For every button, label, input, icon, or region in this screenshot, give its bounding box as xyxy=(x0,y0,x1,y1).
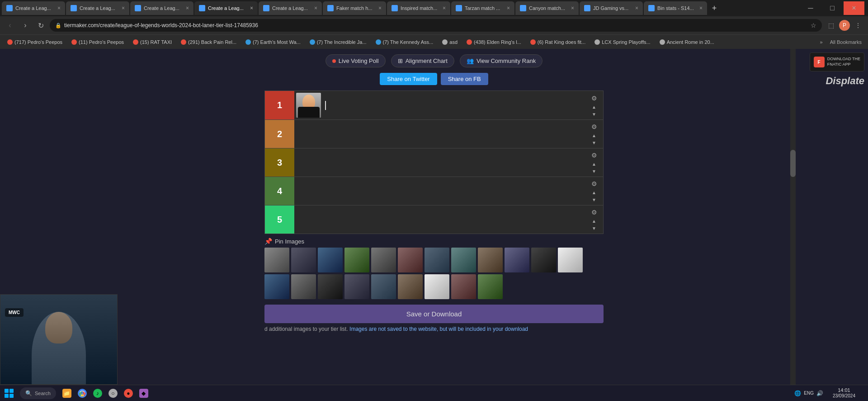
tab-close-8[interactable]: × xyxy=(507,5,510,11)
taskbar-network-icon[interactable]: 🌐 xyxy=(794,390,801,397)
list-item[interactable] xyxy=(371,248,396,272)
tab-5[interactable]: Create a Leag... × xyxy=(259,1,322,15)
taskbar-app1-icon[interactable]: ○ xyxy=(106,385,120,401)
tab-6[interactable]: Faker match h... × xyxy=(323,1,386,15)
list-item[interactable] xyxy=(264,274,289,299)
list-item[interactable] xyxy=(558,248,583,272)
tab-8[interactable]: Tarzan match ... × xyxy=(451,1,514,15)
list-item[interactable] xyxy=(291,274,316,299)
bookmark-1[interactable]: (717) Pedro's Peepos xyxy=(4,38,66,46)
tier-content-1[interactable] xyxy=(294,91,585,119)
bookmark-3[interactable]: (15) RAT TAXI xyxy=(129,38,175,46)
tab-close-3[interactable]: × xyxy=(186,5,189,11)
tier2-up-button[interactable]: ▲ xyxy=(590,133,598,139)
tab-close-7[interactable]: × xyxy=(443,5,446,11)
taskbar-app2-icon[interactable]: ● xyxy=(121,385,136,401)
list-item[interactable] xyxy=(398,274,423,299)
back-button[interactable]: ‹ xyxy=(4,19,16,32)
fanatic-ad[interactable]: F DOWNLOAD THE FNATIC APP xyxy=(810,53,864,72)
bookmark-8[interactable]: asd xyxy=(439,38,461,46)
bookmark-11[interactable]: LCX Spring Playoffs... xyxy=(591,38,654,46)
tier5-settings-button[interactable]: ⚙ xyxy=(589,207,599,217)
tab-2[interactable]: Create a Leag... × xyxy=(66,1,129,15)
tab-10[interactable]: JD Gaming vs... × xyxy=(580,1,643,15)
tier4-settings-button[interactable]: ⚙ xyxy=(589,179,599,189)
tab-11[interactable]: Bin stats - S14... × xyxy=(644,1,707,15)
taskbar-explorer-icon[interactable]: 📁 xyxy=(60,385,74,401)
live-voting-poll-button[interactable]: Live Voting Poll xyxy=(326,54,386,67)
tier3-down-button[interactable]: ▼ xyxy=(590,168,598,175)
list-item[interactable] xyxy=(264,248,289,272)
list-item[interactable] xyxy=(478,274,503,299)
list-item[interactable] xyxy=(318,248,343,272)
tier1-settings-button[interactable]: ⚙ xyxy=(589,93,599,103)
taskbar-search-bar[interactable]: 🔍 Search xyxy=(20,387,56,399)
forward-button[interactable]: › xyxy=(19,19,32,32)
list-item[interactable] xyxy=(451,274,476,299)
bookmark-10[interactable]: (6) Rat King does fit... xyxy=(527,38,589,46)
show-desktop-button[interactable] xyxy=(861,385,864,401)
tab-3[interactable]: Create a Leag... × xyxy=(130,1,193,15)
list-item[interactable] xyxy=(531,248,556,272)
tier-content-4[interactable] xyxy=(294,177,585,205)
alignment-chart-button[interactable]: ⊞ Alignment Chart xyxy=(391,54,454,67)
bookmark-7[interactable]: (7) The Kennedy Ass... xyxy=(372,38,437,46)
list-item[interactable] xyxy=(505,248,529,272)
tab-close-1[interactable]: × xyxy=(57,5,61,11)
tier1-player-thumb[interactable] xyxy=(296,93,321,118)
bookmark-4[interactable]: (291) Back Pain Rel... xyxy=(177,38,240,46)
profile-button[interactable]: P xyxy=(839,20,850,31)
share-twitter-button[interactable]: Share on Twitter xyxy=(380,73,437,85)
tier1-up-button[interactable]: ▲ xyxy=(590,104,598,110)
taskbar-volume-icon[interactable]: 🔊 xyxy=(816,390,824,397)
new-tab-button[interactable]: + xyxy=(708,2,721,14)
taskbar-clock[interactable]: 14:01 23/09/2024 xyxy=(829,387,859,399)
bookmark-2[interactable]: (11) Pedro's Peepos xyxy=(68,38,127,46)
tab-7[interactable]: Inspired match... × xyxy=(387,1,450,15)
list-item[interactable] xyxy=(344,248,369,272)
tab-close-5[interactable]: × xyxy=(314,5,317,11)
maximize-button[interactable]: □ xyxy=(822,1,843,15)
tab-close-6[interactable]: × xyxy=(378,5,382,11)
tab-9[interactable]: Canyon match... × xyxy=(515,1,579,15)
tier2-settings-button[interactable]: ⚙ xyxy=(589,122,599,132)
list-item[interactable] xyxy=(425,248,449,272)
start-button[interactable] xyxy=(0,385,18,401)
bookmark-6[interactable]: (7) The Incredible Ja... xyxy=(306,38,370,46)
tab-4[interactable]: Create a Leag... × xyxy=(194,1,258,15)
tier5-down-button[interactable]: ▼ xyxy=(590,225,598,232)
tab-1[interactable]: Create a Leag... × xyxy=(2,1,65,15)
taskbar-app3-icon[interactable]: ◆ xyxy=(137,385,151,401)
list-item[interactable] xyxy=(451,248,476,272)
extensions-button[interactable]: ⬚ xyxy=(825,19,837,32)
menu-button[interactable]: ⋮ xyxy=(852,19,864,32)
tier1-down-button[interactable]: ▼ xyxy=(590,111,598,118)
tab-close-10[interactable]: × xyxy=(635,5,638,11)
tier4-up-button[interactable]: ▲ xyxy=(590,190,598,196)
bookmark-5[interactable]: (7) Earth's Most Wa... xyxy=(242,38,304,46)
bookmarks-all-button[interactable]: All Bookmarks xyxy=(827,38,864,46)
bookmark-9[interactable]: (438) Elden Ring's l... xyxy=(463,38,525,46)
list-item[interactable] xyxy=(318,274,343,299)
taskbar-chrome-icon[interactable] xyxy=(75,385,90,401)
tab-close-4[interactable]: × xyxy=(250,5,253,11)
share-fb-button[interactable]: Share on FB xyxy=(441,73,488,85)
displate-ad[interactable]: Displate xyxy=(826,75,864,87)
minimize-button[interactable]: ─ xyxy=(800,1,821,15)
list-item[interactable] xyxy=(291,248,316,272)
list-item[interactable] xyxy=(398,248,423,272)
tier-content-3[interactable] xyxy=(294,148,585,177)
tab-close-11[interactable]: × xyxy=(699,5,703,11)
list-item[interactable] xyxy=(344,274,369,299)
taskbar-spotify-icon[interactable]: ♪ xyxy=(90,385,105,401)
tier-content-2[interactable] xyxy=(294,120,585,148)
tab-close-9[interactable]: × xyxy=(571,5,574,11)
tier3-up-button[interactable]: ▲ xyxy=(590,161,598,167)
tier3-settings-button[interactable]: ⚙ xyxy=(589,150,599,160)
tier2-down-button[interactable]: ▼ xyxy=(590,140,598,146)
close-window-button[interactable]: × xyxy=(844,1,864,15)
scrollbar[interactable] xyxy=(790,49,796,385)
tier-content-5[interactable] xyxy=(294,205,585,234)
save-download-button[interactable]: Save or Download xyxy=(264,305,604,323)
community-rank-button[interactable]: 👥 View Community Rank xyxy=(460,54,542,67)
